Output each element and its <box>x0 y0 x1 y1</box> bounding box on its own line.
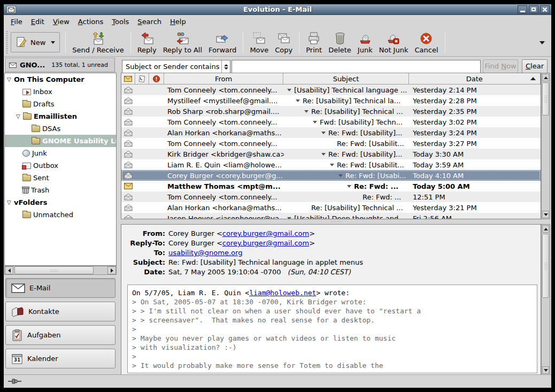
minimize-button[interactable] <box>518 5 527 13</box>
folder-tree-item[interactable]: ▽ Emaillisten <box>5 110 116 122</box>
expander-icon[interactable]: ▽ <box>16 113 23 119</box>
reply-button[interactable]: Reply <box>134 29 160 56</box>
expander-icon[interactable]: ▽ <box>7 199 14 205</box>
message-list-scrollbar[interactable] <box>541 73 550 219</box>
scroll-thumb[interactable] <box>542 234 549 298</box>
switcher-calendar-button[interactable]: 31 Kalender <box>5 349 115 368</box>
reply-to-all-button[interactable]: Reply to All <box>160 29 205 56</box>
folder-tree-item[interactable]: ▽ On This Computer <box>5 73 116 86</box>
folder-tree-item[interactable]: Trash <box>5 184 116 196</box>
online-status-icon[interactable] <box>8 378 24 385</box>
junk-button[interactable]: Junk <box>354 29 376 56</box>
scroll-thumb[interactable] <box>14 266 94 274</box>
scroll-thumb[interactable] <box>542 82 549 116</box>
message-row[interactable]: Matthew Thomas <mpt@m... Re: Fwd: ... To… <box>121 181 541 191</box>
message-row[interactable]: Tom Conneely <tom.conneely... Fwd: [Usab… <box>121 117 541 127</box>
title-bar[interactable]: Evolution - E-Mail <box>4 4 551 15</box>
message-row[interactable]: Tom Conneely <tom.conneely... Re: Fwd: [… <box>121 138 541 149</box>
thread-collapse-icon[interactable] <box>347 185 354 188</box>
folder-tree-item[interactable]: Sent <box>5 172 116 184</box>
email-link[interactable]: usability@gnome.org <box>168 249 242 257</box>
message-from: Tom Conneely <tom.conneely... <box>164 86 284 94</box>
toolbar-handle[interactable] <box>6 31 9 53</box>
thread-collapse-icon[interactable] <box>321 153 328 156</box>
switcher-tasks-button[interactable]: Aufgaben <box>5 325 115 345</box>
message-row[interactable]: Tom Conneely <tom.conneely... Re: Fwd: .… <box>121 191 541 202</box>
close-button[interactable] <box>540 5 550 13</box>
message-row[interactable]: Mystilleef <mystilleef@gmail.... Re: [Us… <box>121 95 541 106</box>
folder-tree-item[interactable]: DSAs <box>5 122 116 135</box>
folder-tree-item[interactable]: Junk <box>5 147 116 159</box>
email-link[interactable]: corey.burger@gmail.com <box>222 229 309 237</box>
message-from: Matthew Thomas <mpt@m... <box>164 182 284 190</box>
message-row[interactable]: Corey Burger <corey.burger@g... Re: Fwd:… <box>121 170 541 181</box>
new-dropdown-arrow[interactable] <box>51 41 55 44</box>
message-row[interactable]: Alan Horkan <horkana@maths... Re: [Usabi… <box>121 202 541 213</box>
folder-header[interactable]: GNO... 135 total, 1 unread <box>5 58 115 72</box>
message-row[interactable]: Jason Hoover <jasonhoover@ya... [Usabili… <box>121 213 541 219</box>
scroll-down-arrow[interactable] <box>542 366 549 374</box>
print-button[interactable]: Print <box>303 29 325 56</box>
find-now-button[interactable]: Find Now <box>483 59 518 73</box>
column-date[interactable]: Date <box>409 73 541 84</box>
message-row[interactable]: Kirk Bridger <kbridger@shaw.ca> Re: Fwd:… <box>121 149 541 159</box>
maximize-button[interactable] <box>529 5 538 13</box>
column-read-status[interactable] <box>121 73 135 84</box>
folder-tree-item[interactable]: Outbox <box>5 159 116 172</box>
thread-collapse-icon[interactable] <box>304 110 311 113</box>
copy-button[interactable]: Copy <box>272 29 296 56</box>
menu-item[interactable]: Actions <box>74 16 108 27</box>
column-from[interactable]: From <box>164 73 283 84</box>
thread-collapse-icon[interactable] <box>313 121 320 124</box>
search-filter-dropdown[interactable]: Subject or Sender contains <box>122 60 230 73</box>
thread-collapse-icon[interactable] <box>296 99 303 102</box>
menu-item[interactable]: File <box>6 16 27 27</box>
folder-tree-item[interactable]: Inbox <box>5 86 116 98</box>
switcher-email-button[interactable]: E-Mail <box>5 278 115 298</box>
move-button[interactable]: Move <box>246 29 272 56</box>
menu-item[interactable]: View <box>49 16 74 27</box>
pane-splitter[interactable] <box>120 219 551 224</box>
thread-collapse-icon[interactable] <box>287 89 294 91</box>
search-filter-spinner[interactable] <box>221 60 230 73</box>
email-link[interactable]: liam@holoweb.net <box>249 289 316 297</box>
column-importance[interactable] <box>149 73 164 84</box>
thread-collapse-icon[interactable] <box>330 164 337 166</box>
folder-tree-item[interactable]: Unmatched <box>5 209 116 221</box>
menu-item[interactable]: Help <box>166 16 190 27</box>
toolbar-overflow-arrow[interactable] <box>539 41 545 44</box>
message-row[interactable]: Tom Conneely <tom.conneely... [Usability… <box>121 84 541 95</box>
menu-item[interactable]: Tools <box>107 16 133 27</box>
email-link[interactable]: corey.burger@gmail.com <box>222 239 309 247</box>
sidebar-horizontal-scrollbar[interactable] <box>4 266 117 275</box>
folder-tree-item[interactable]: ▽ vFolders <box>5 196 116 209</box>
folder-tree-item[interactable]: Drafts <box>5 98 116 110</box>
scroll-down-arrow[interactable] <box>542 211 549 218</box>
thread-collapse-icon[interactable] <box>321 132 328 134</box>
scroll-right-arrow[interactable] <box>107 266 116 274</box>
clear-button[interactable]: Clear <box>522 59 548 73</box>
expander-icon[interactable]: ▽ <box>7 76 14 82</box>
thread-collapse-icon[interactable] <box>338 174 345 177</box>
switcher-contacts-button[interactable]: Kontakte <box>5 302 115 321</box>
menu-item[interactable]: Edit <box>27 16 49 27</box>
not-junk-button[interactable]: Not Junk <box>376 29 412 56</box>
preview-scrollbar[interactable] <box>541 224 550 375</box>
message-row[interactable]: Alan Horkan <horkana@maths... Re: Fwd: [… <box>121 127 541 138</box>
folder-tree-item[interactable]: GNOME Usability Li <box>5 135 116 147</box>
svg-text:31: 31 <box>14 357 21 363</box>
cancel-button[interactable]: Cancel <box>411 29 441 56</box>
message-row[interactable]: Rob Sharp <rob.sharp@gmail.... Re: [Usab… <box>121 106 541 117</box>
message-row[interactable]: Liam R. E. Quin <liam@holowe... Re: Fwd:… <box>121 159 541 170</box>
menu-item[interactable]: Search <box>133 16 166 27</box>
scroll-up-arrow[interactable] <box>542 74 549 81</box>
delete-button[interactable]: Delete <box>325 29 354 56</box>
search-input[interactable] <box>232 60 481 73</box>
column-subject[interactable]: Subject <box>283 73 408 84</box>
forward-button[interactable]: Forward <box>205 29 240 56</box>
column-attachment[interactable] <box>135 73 149 84</box>
new-button[interactable]: New <box>11 32 60 52</box>
send-receive-button[interactable]: Send / Receive <box>69 29 127 56</box>
scroll-left-arrow[interactable] <box>5 266 13 274</box>
scroll-up-arrow[interactable] <box>542 225 549 233</box>
